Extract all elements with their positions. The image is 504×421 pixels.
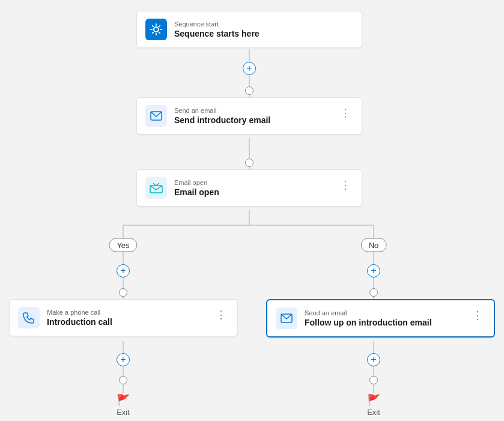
follow-up-email-label: Send an email (305, 309, 463, 317)
send-email-1-menu[interactable]: ⋮ (338, 105, 353, 121)
plus-button-right-bottom[interactable]: + (367, 353, 380, 366)
sequence-start-card[interactable]: Sequence start Sequence starts here (136, 11, 362, 48)
exit-left-flag: 🚩 (117, 393, 130, 407)
svg-line-27 (159, 32, 160, 33)
phone-call-menu[interactable]: ⋮ (213, 307, 229, 323)
follow-up-email-icon (276, 307, 297, 329)
exit-left: 🚩 Exit (117, 393, 130, 417)
plus-button-no[interactable]: + (367, 264, 380, 277)
exit-right-label: Exit (367, 408, 380, 417)
exit-left-label: Exit (117, 408, 130, 417)
plus-button-yes[interactable]: + (117, 264, 130, 277)
phone-call-title: Introduction call (47, 317, 206, 327)
send-email-1-label: Send an email (174, 107, 330, 114)
connector-circle-1 (245, 86, 254, 95)
send-email-1-card[interactable]: Send an email Send introductory email ⋮ (136, 97, 362, 135)
sequence-start-title: Sequence starts here (174, 29, 353, 38)
sequence-start-icon (145, 19, 167, 40)
follow-up-email-text: Send an email Follow up on introduction … (305, 309, 463, 327)
svg-line-26 (153, 26, 153, 26)
follow-up-email-title: Follow up on introduction email (305, 318, 463, 327)
email-open-label: Email open (174, 179, 330, 186)
connector-circle-left (119, 288, 127, 297)
phone-call-card[interactable]: Make a phone call Introduction call ⋮ (9, 299, 238, 336)
follow-up-email-card[interactable]: Send an email Follow up on introduction … (266, 299, 495, 338)
sequence-start-text: Sequence start Sequence starts here (174, 20, 353, 38)
exit-right: 🚩 Exit (367, 393, 380, 417)
plus-button-left-bottom[interactable]: + (117, 353, 130, 366)
send-email-1-text: Send an email Send introductory email (174, 107, 330, 125)
send-email-1-title: Send introductory email (174, 115, 330, 125)
connector-circle-2 (245, 159, 254, 167)
email-open-title: Email open (174, 187, 330, 197)
connector-circle-left-bottom (119, 376, 127, 384)
follow-up-email-menu[interactable]: ⋮ (470, 307, 485, 323)
exit-right-flag: 🚩 (367, 393, 380, 407)
yes-badge: Yes (109, 238, 137, 252)
email-open-icon (145, 177, 167, 199)
connector-circle-right-bottom (369, 376, 378, 384)
send-email-1-icon (145, 105, 167, 127)
email-open-card[interactable]: Email open Email open ⋮ (136, 169, 362, 207)
email-open-menu[interactable]: ⋮ (338, 177, 353, 193)
no-badge: No (361, 238, 387, 252)
svg-line-28 (159, 26, 160, 26)
sequence-start-label: Sequence start (174, 20, 353, 28)
phone-call-text: Make a phone call Introduction call (47, 309, 206, 327)
email-open-text: Email open Email open (174, 179, 330, 197)
phone-call-icon (18, 307, 40, 329)
workflow-canvas: Sequence start Sequence starts here + Se… (0, 0, 504, 421)
svg-point-21 (154, 27, 159, 32)
phone-call-label: Make a phone call (47, 309, 206, 316)
plus-button-1[interactable]: + (243, 62, 256, 75)
connector-circle-right (369, 288, 378, 297)
svg-line-29 (153, 32, 153, 33)
